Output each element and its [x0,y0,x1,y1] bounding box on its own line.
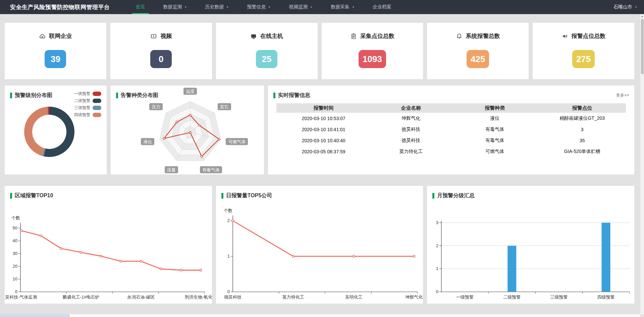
warning-level-panel: 预警级别分布图 一级预警二级预警三级预警四级预警 [5,86,107,174]
svg-text:50: 50 [13,225,17,230]
stat-label: 视频 [160,32,172,40]
title-accent-bar [273,93,275,98]
donut-legend: 一级预警二级预警三级预警四级预警 [74,90,101,118]
svg-text:0: 0 [436,289,438,294]
stat-card-header: 联网企业 [39,32,72,40]
svg-text:德昊科技: 德昊科技 [224,295,241,300]
table-cell: GIA-520单体贮槽 [538,149,626,155]
video-icon [150,33,157,40]
table-row[interactable]: 2020-03-10 10:40:40德昊科技有毒气体35 [276,135,626,146]
table-cell: 有毒气体 [451,126,539,133]
stat-label: 在线主机 [260,32,283,40]
svg-text:坤辉气化: 坤辉气化 [405,295,423,300]
title-accent-bar [432,193,434,199]
table-row[interactable]: 2020-03-05 08:37:59英力特化工可燃气体GIA-520单体贮槽 [276,146,626,157]
svg-text:英力特化工: 英力特化工 [282,295,304,300]
svg-text:10: 10 [13,276,17,281]
legend-swatch [93,113,101,117]
panel-title: 告警种类分布图 [116,92,158,99]
radar-panel: 告警种类分布图 温度其它可燃气体有毒气体流量液位压力 [111,86,264,174]
monthly-warning-bar-chart: 0123一级预警二级预警三级预警四级预警 [427,186,634,304]
daily-alarm-top5-chart: 012德昊科技英力特化工东明化工坤辉气化个数 [216,186,423,304]
area-alarm-top10-chart: 01020304050昊科技-气体监测鹏盛化工-1#电石炉永润石油-罐区荆洪生物… [5,186,212,304]
nav-item-2[interactable]: 历史数据▼ [196,0,238,14]
title-accent-bar [116,93,118,98]
svg-text:2: 2 [436,243,438,248]
stat-card-2: 在线主机25 [216,23,318,79]
table-cell: 35 [538,138,626,143]
panel-title-text: 实时报警信息 [278,92,310,99]
region-selector[interactable]: 石嘴山市 ▼ [613,0,637,14]
radar-axis-label: 温度 [183,88,197,95]
table-header-row: 报警时间企业名称报警种类报警点位 [276,103,626,113]
alarm-table: 报警时间企业名称报警种类报警点位2020-03-10 10:53:07坤辉气化液… [276,103,626,157]
table-header-cell: 报警种类 [451,105,539,111]
table-cell: 德昊科技 [371,126,451,133]
nav-item-label: 数据监测 [163,4,182,10]
nav-item-1[interactable]: 数据监测▼ [154,0,196,14]
nav-item-3[interactable]: 预警信息▼ [238,0,280,14]
panel-title: 实时报警信息 [273,92,310,99]
nav-item-label: 数据采集 [331,4,350,10]
panel-title-text: 月预警分级汇总 [437,192,475,199]
nav-item-label: 预警信息 [247,4,266,10]
table-row[interactable]: 2020-03-10 10:53:07坤辉气化液位精醇南罐液位GT_203 [276,113,626,124]
navbar-menu: 首页数据监测▼历史数据▼预警信息▼视频监测▼数据采集▼企业档案 [127,0,401,14]
daily-alarm-top5-panel: 日报警量TOP5公司 012德昊科技英力特化工东明化工坤辉气化个数 [216,186,423,304]
stat-card-3: 采集点位总数1093 [322,23,423,79]
nav-item-label: 视频监测 [289,4,308,10]
chevron-down-icon: ▼ [352,6,355,9]
cloud-upload-icon [39,33,46,40]
stat-card-1: 视频0 [110,23,212,79]
nav-item-label: 历史数据 [205,4,224,10]
stat-value-badge: 275 [572,50,595,68]
middle-row: 预警级别分布图 一级预警二级预警三级预警四级预警 告警种类分布图 温度其它可燃气… [5,86,634,174]
table-cell: 2020-03-10 10:40:40 [276,138,371,143]
vertical-scrollbar-thumb[interactable] [641,19,644,74]
svg-text:3: 3 [436,220,438,225]
legend-item[interactable]: 二级预警 [74,97,101,104]
panel-title: 预警级别分布图 [10,92,52,99]
svg-text:20: 20 [13,264,17,269]
horizontal-scrollbar[interactable] [0,314,640,317]
radar-axis-label: 可燃气体 [226,138,248,145]
stat-card-header: 采集点位总数 [350,32,394,40]
chevron-down-icon: ▼ [635,6,637,9]
clipboard-icon [350,33,357,40]
legend-label: 一级预警 [74,91,90,97]
svg-text:个数: 个数 [11,215,20,220]
svg-text:个数: 个数 [224,208,232,213]
panel-title: 区域报警TOP10 [10,192,53,199]
nav-item-6[interactable]: 企业档案 [364,0,400,14]
navbar: 安全生产风险预警防控物联网管理平台 首页数据监测▼历史数据▼预警信息▼视频监测▼… [0,0,644,14]
panel-title: 日报警量TOP5公司 [221,192,272,199]
nav-item-5[interactable]: 数据采集▼ [322,0,364,14]
horizontal-scrollbar-thumb[interactable] [0,314,70,317]
panel-title-text: 区域报警TOP10 [15,192,53,199]
app-title: 安全生产风险预警防控物联网管理平台 [10,0,110,14]
svg-text:鹏盛化工-1#电石炉: 鹏盛化工-1#电石炉 [63,295,100,300]
stat-label: 报警点位总数 [572,32,606,40]
nav-item-0[interactable]: 首页 [127,0,154,14]
chevron-down-icon: ▼ [226,6,229,9]
legend-swatch [93,99,101,103]
vertical-scrollbar[interactable]: ▲ [640,14,644,314]
area-alarm-top10-panel: 区域报警TOP10 01020304050昊科技-气体监测鹏盛化工-1#电石炉永… [5,186,212,304]
svg-text:0: 0 [227,289,229,294]
table-cell: 有毒气体 [451,138,539,144]
table-header-cell: 企业名称 [371,105,451,111]
table-row[interactable]: 2020-03-10 10:41:01德昊科技有毒气体3 [276,124,626,135]
svg-text:昊科技-气体监测: 昊科技-气体监测 [5,295,37,300]
more-link[interactable]: 更多>> [616,93,629,98]
legend-item[interactable]: 三级预警 [74,104,101,111]
svg-text:东明化工: 东明化工 [345,295,362,300]
legend-item[interactable]: 一级预警 [74,90,101,97]
radar-axis-label: 流量 [165,166,178,173]
chevron-down-icon: ▼ [268,6,271,9]
nav-item-label: 首页 [136,4,145,10]
legend-label: 四级预警 [74,112,90,118]
scroll-up-arrow-icon[interactable]: ▲ [640,14,644,18]
svg-text:四级预警: 四级预警 [597,295,615,300]
legend-item[interactable]: 四级预警 [74,111,101,118]
nav-item-4[interactable]: 视频监测▼ [280,0,322,14]
